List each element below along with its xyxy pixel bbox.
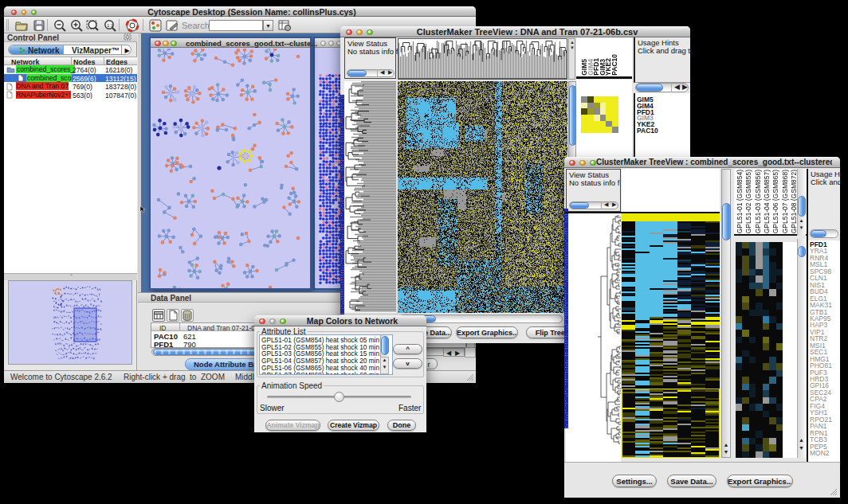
svg-text:1:1: 1:1	[107, 23, 114, 28]
